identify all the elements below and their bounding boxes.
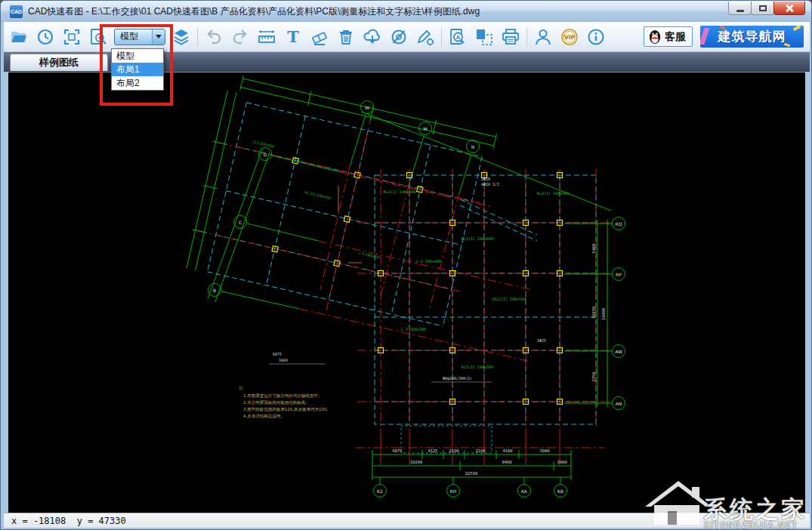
cloud-download-icon <box>363 27 382 47</box>
svg-text:3.图中阴影范围内板厚120,其余板厚均为100;: 3.图中阴影范围内板厚120,其余板厚均为100; <box>243 407 328 412</box>
text-annotate-button[interactable]: T <box>283 26 304 48</box>
svg-text:4125: 4125 <box>428 448 437 453</box>
layout-option-layout2[interactable]: 布局2 <box>112 76 163 90</box>
view-zoom-button[interactable] <box>88 26 109 48</box>
history-button[interactable] <box>35 26 56 48</box>
delete-button[interactable] <box>335 26 357 48</box>
svg-text:KL3(1) 240x600: KL3(1) 240x600 <box>462 236 493 241</box>
svg-text:8480: 8480 <box>502 460 511 464</box>
page-copy-button[interactable] <box>474 26 495 48</box>
page-magnifier-icon <box>88 27 108 47</box>
svg-text:KL4(3) 240x600: KL4(3) 240x600 <box>537 191 569 196</box>
toolbar-separator <box>526 27 527 47</box>
svg-text:2Φ25: 2Φ25 <box>537 338 546 343</box>
close-button[interactable] <box>773 2 805 15</box>
ruler-icon <box>257 27 276 47</box>
svg-text:22580: 22580 <box>465 471 478 476</box>
printer-icon <box>501 27 520 47</box>
maximize-icon <box>759 5 767 11</box>
svg-text:5400: 5400 <box>591 243 596 253</box>
layout-select-value: 模型 <box>115 30 152 43</box>
toolbar-separator <box>441 27 442 47</box>
account-button[interactable] <box>533 26 554 48</box>
notes-block: 注: 1.本图梁定位尺寸除注明外均沿轴线居中; 2.未注明梁顶标高同板面结构标高… <box>239 386 328 419</box>
info-icon <box>586 27 606 47</box>
svg-text:L-3 200x300: L-3 200x300 <box>401 327 426 331</box>
close-icon <box>785 4 794 13</box>
svg-text:KL1(2) 240x500: KL1(2) 240x500 <box>384 190 415 194</box>
customer-service-button[interactable]: 客服 <box>644 26 693 47</box>
svg-text:RP: RP <box>616 272 622 277</box>
svg-text:3460: 3460 <box>279 358 288 362</box>
find-text-button[interactable]: A <box>447 26 468 48</box>
svg-text:3900: 3900 <box>539 448 549 453</box>
app-icon: CAD <box>10 5 23 18</box>
svg-text:4100: 4100 <box>502 448 512 453</box>
svg-text:6075: 6075 <box>392 448 402 453</box>
nav-banner-button[interactable]: 建筑导航网 <box>700 26 804 48</box>
chevron-down-icon[interactable] <box>152 29 165 45</box>
find-text-icon: A <box>448 27 468 47</box>
status-bar: x = -18108 y = 47330 <box>4 513 810 528</box>
right-dims: 5400 16050 2950 24400 <box>564 220 612 407</box>
layout-select[interactable]: 模型 <box>114 29 165 45</box>
tab-sample-drawing[interactable]: 样例图纸 <box>10 54 108 71</box>
qq-penguin-icon <box>648 29 662 45</box>
layers-button[interactable] <box>171 26 192 48</box>
svg-text:2190: 2190 <box>475 448 485 453</box>
print-button[interactable] <box>500 26 521 48</box>
vip-icon: VIP <box>560 27 579 47</box>
svg-text:M: M <box>423 126 427 131</box>
svg-text:T: T <box>287 27 299 46</box>
vip-button[interactable]: VIP <box>559 26 580 48</box>
about-button[interactable] <box>585 26 607 48</box>
minimize-icon <box>736 10 744 12</box>
svg-text:24400: 24400 <box>601 308 606 321</box>
svg-text:L-1 200x400: L-1 200x400 <box>416 259 441 263</box>
hide-layer-button[interactable] <box>388 26 409 48</box>
banner-sparkle <box>784 43 791 48</box>
undo-button[interactable] <box>203 26 224 48</box>
redo-button[interactable] <box>230 26 251 48</box>
svg-text:Φ8@100/200(2): Φ8@100/200(2) <box>443 376 472 381</box>
annotation-settings-button[interactable] <box>415 26 436 48</box>
svg-text:3900: 3900 <box>557 460 567 464</box>
svg-text:A: A <box>456 34 461 40</box>
drawing-canvas[interactable]: LL2 200x400 KL7(1) 240x450 L-5 240x400 <box>8 72 805 513</box>
app-window: CAD CAD快速看图 - E:\工作交接\01 CAD快速看图\B 产品化资料… <box>0 0 812 530</box>
layout-option-model[interactable]: 模型 <box>112 49 163 63</box>
svg-text:4.具体详结构总说明。: 4.具体详结构总说明。 <box>243 414 285 419</box>
svg-text:6075: 6075 <box>273 352 282 356</box>
nav-banner-label: 建筑导航网 <box>718 28 786 45</box>
ortho-grid <box>338 169 613 465</box>
fit-extent-button[interactable] <box>61 26 82 48</box>
layout-dropdown-list: 模型 布局1 布局2 <box>111 48 164 91</box>
layers-icon <box>171 27 191 47</box>
svg-text:AW: AW <box>615 349 622 354</box>
maximize-button[interactable] <box>751 2 774 15</box>
svg-text:1.本图梁定位尺寸除注明外均沿轴线居中;: 1.本图梁定位尺寸除注明外均沿轴线居中; <box>243 393 320 399</box>
page-copy-icon <box>474 27 494 47</box>
trash-icon <box>336 27 356 47</box>
cloud-sync-button[interactable] <box>362 26 383 48</box>
redo-icon <box>230 27 250 47</box>
title-bar[interactable]: CAD CAD快速看图 - E:\工作交接\01 CAD快速看图\B 产品化资料… <box>1 1 812 22</box>
svg-text:注:: 注: <box>239 386 245 390</box>
svg-text:KL7(1) 240x450: KL7(1) 240x450 <box>304 190 332 200</box>
svg-text:KH: KH <box>450 488 456 494</box>
vip-label: VIP <box>564 33 576 40</box>
svg-text:RQ: RQ <box>616 221 622 226</box>
open-file-button[interactable] <box>8 26 29 48</box>
svg-text:YKL2(2) 240x500: YKL2(2) 240x500 <box>492 297 526 301</box>
eye-off-icon <box>389 27 409 47</box>
bottom-dims: 6075 4125 2190 2190 4100 3900 10200 8480… <box>372 448 571 484</box>
window-title: CAD快速看图 - E:\工作交接\01 CAD快速看图\B 产品化资料\产品化… <box>28 5 480 18</box>
measure-button[interactable] <box>256 26 277 48</box>
eraser-button[interactable] <box>309 26 330 48</box>
pencil-gear-icon <box>415 27 435 47</box>
eraser-icon <box>310 27 329 47</box>
minimize-button[interactable] <box>728 2 752 15</box>
tab-label: 样例图纸 <box>39 56 79 69</box>
layout-option-layout1[interactable]: 布局1 <box>112 63 163 76</box>
cad-plan: LL2 200x400 KL7(1) 240x450 L-5 240x400 <box>8 72 805 513</box>
